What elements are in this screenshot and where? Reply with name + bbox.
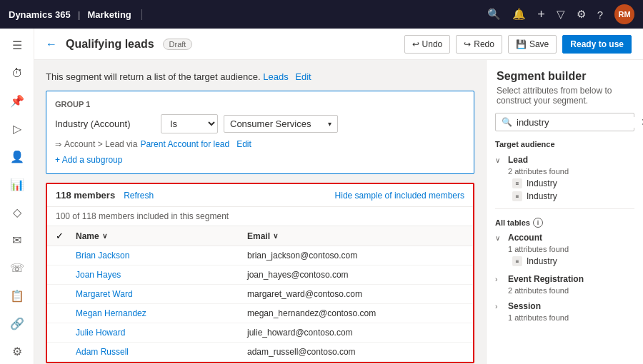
sidebar-pin-icon[interactable]: 📌 (4, 89, 30, 113)
session-chevron-icon: › (495, 303, 504, 310)
member-name[interactable]: Brian Jackson (76, 251, 247, 261)
sidebar-phone-icon[interactable]: ☏ (4, 256, 30, 280)
ready-to-use-button[interactable]: Ready to use (562, 35, 632, 54)
info-icon[interactable]: i (533, 218, 543, 228)
sidebar-play-icon[interactable]: ▷ (4, 116, 30, 141)
sidebar-settings-icon[interactable]: ⚙ (4, 339, 30, 364)
condition-value[interactable]: Consumer Services ▾ (224, 115, 338, 133)
sidebar-doc-icon[interactable]: 📋 (4, 283, 30, 308)
undo-icon: ↩ (412, 39, 419, 49)
event-reg-count: 2 attributes found (495, 286, 634, 295)
path-row: ⇒ Account > Lead via Parent Account for … (55, 139, 465, 149)
search-input[interactable] (517, 117, 637, 128)
condition-row: Industry (Account) Is Consumer Services … (55, 114, 465, 133)
members-table: ✓ Name ∨ Email ∨ Brian Jacks (47, 226, 473, 362)
main-panel: This segment will return a list of the t… (34, 60, 486, 364)
member-name[interactable]: Margaret Ward (76, 289, 247, 299)
check-all[interactable]: ✓ (56, 231, 76, 241)
add-subgroup-button[interactable]: + Add a subgroup (55, 155, 465, 165)
filter-icon[interactable]: ▽ (557, 8, 565, 21)
settings-icon[interactable]: ⚙ (577, 8, 586, 21)
sidebar-shape-icon[interactable]: ◇ (4, 200, 30, 225)
lead-industry-attr-1[interactable]: ≡ Industry (495, 177, 634, 190)
attr-icon-1: ≡ (512, 178, 522, 188)
lead-tree-item[interactable]: ∨ Lead (495, 153, 634, 167)
session-tree-item[interactable]: › Session (495, 299, 634, 313)
brand: Dynamics 365 | Marketing (9, 9, 142, 20)
cmd-right: ↩ Undo ↪ Redo 💾 Save Ready to use (404, 35, 632, 54)
members-subtext: 100 of 118 members included in this segm… (47, 207, 473, 226)
member-name[interactable]: Joan Hayes (76, 270, 247, 280)
table-header: ✓ Name ∨ Email ∨ (47, 226, 473, 246)
top-nav: Dynamics 365 | Marketing 🔍 🔔 + ▽ ⚙ ? RM (0, 0, 643, 29)
avatar[interactable]: RM (614, 4, 634, 24)
path-edit-link[interactable]: Edit (236, 139, 251, 149)
edit-audience-link[interactable]: Edit (295, 71, 311, 82)
top-nav-right: 🔍 🔔 + ▽ ⚙ ? RM (487, 4, 634, 24)
member-name[interactable]: Julie Howard (76, 328, 247, 338)
account-industry-attr[interactable]: ≡ Industry (495, 255, 634, 268)
back-button[interactable]: ← (46, 38, 57, 51)
sidebar-home-icon[interactable]: ⏱ (4, 61, 30, 86)
sidebar-link-icon[interactable]: 🔗 (4, 311, 30, 336)
sidebar-menu-icon[interactable]: ☰ (4, 33, 30, 58)
table-rows: Brian Jackson brian_jackson@contoso.com … (47, 246, 473, 362)
save-button[interactable]: 💾 Save (508, 35, 557, 54)
app-body: ☰ ⏱ 📌 ▷ 👤 📊 ◇ ✉ ☏ 📋 🔗 ⚙ ← Qualifying lea… (0, 29, 643, 364)
account-count: 1 attributes found (495, 245, 634, 253)
search-icon[interactable]: 🔍 (487, 8, 501, 21)
member-email: joan_hayes@contoso.com (247, 270, 464, 280)
right-panel-title: Segment builder (487, 60, 643, 86)
attr-icon-3: ≡ (512, 256, 522, 266)
session-label: Session (508, 301, 541, 311)
member-name[interactable]: Megan Hernandez (76, 308, 247, 318)
redo-button[interactable]: ↪ Redo (456, 35, 502, 54)
plus-icon[interactable]: + (537, 7, 545, 22)
redo-icon: ↪ (464, 39, 471, 49)
member-email: julie_howard@contoso.com (247, 328, 464, 338)
table-row: Julie Howard julie_howard@contoso.com (47, 323, 473, 343)
member-name[interactable]: Adam Russell (76, 347, 247, 357)
member-email: margaret_ward@contoso.com (247, 289, 464, 299)
audience-link[interactable]: Leads (263, 71, 288, 82)
search-icon: 🔍 (502, 117, 512, 127)
lead-label: Lead (508, 155, 528, 165)
sidebar-contacts-icon[interactable]: 👤 (4, 144, 30, 169)
event-reg-chevron-icon: › (495, 275, 504, 283)
sidebar-chart-icon[interactable]: 📊 (4, 172, 30, 197)
col-email-header[interactable]: Email ∨ (247, 231, 464, 241)
event-reg-tree-item[interactable]: › Event Registration (495, 272, 634, 286)
members-area: 118 members Refresh Hide sample of inclu… (46, 183, 474, 363)
group-label: Group 1 (55, 100, 465, 108)
all-tables-section: ∨ Account 1 attributes found ≡ Industry … (487, 231, 643, 323)
session-count: 1 attributes found (495, 313, 634, 322)
col-name-header[interactable]: Name ∨ (76, 231, 247, 241)
module-name: Marketing (87, 9, 131, 20)
condition-operator[interactable]: Is (161, 114, 218, 133)
brand-name: Dynamics 365 (9, 9, 71, 20)
divider-1 (495, 208, 634, 209)
draft-badge: Draft (163, 39, 193, 50)
segment-description: This segment will return a list of the t… (46, 71, 474, 82)
table-row: Margaret Ward margaret_ward@contoso.com (47, 285, 473, 304)
search-box: 🔍 ✕ (495, 113, 634, 131)
member-email: megan_hernandez@contoso.com (247, 308, 464, 318)
right-panel-desc: Select attributes from below to construc… (487, 86, 643, 113)
table-row: Megan Hernandez megan_hernandez@contoso.… (47, 304, 473, 323)
account-label: Account (508, 233, 542, 243)
refresh-button[interactable]: Refresh (124, 191, 154, 201)
sidebar-email-icon[interactable]: ✉ (4, 228, 30, 253)
hide-sample-button[interactable]: Hide sample of included members (335, 191, 464, 201)
content-area: This segment will return a list of the t… (34, 60, 643, 364)
lead-count: 2 attributes found (495, 167, 634, 176)
page-title: Qualifying leads (66, 38, 154, 51)
path-link[interactable]: Parent Account for lead (140, 139, 229, 149)
sort-email-icon: ∨ (273, 232, 278, 240)
undo-button[interactable]: ↩ Undo (404, 35, 451, 54)
account-tree-item[interactable]: ∨ Account (495, 231, 634, 245)
help-icon[interactable]: ? (597, 9, 603, 21)
event-reg-label: Event Registration (508, 274, 584, 284)
bell-icon[interactable]: 🔔 (512, 8, 526, 21)
lead-industry-attr-2[interactable]: ≡ Industry (495, 190, 634, 203)
sort-name-icon: ∨ (102, 232, 107, 240)
